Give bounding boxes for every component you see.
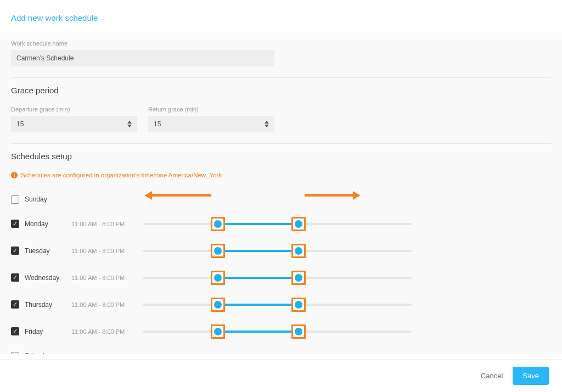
day-row: Thursday11:00 AM - 8:00 PM xyxy=(11,291,551,318)
day-label: Friday xyxy=(25,328,71,335)
slider-handle-start[interactable] xyxy=(214,247,222,255)
annotation-arrow-right xyxy=(305,194,354,197)
day-row: Sunday xyxy=(11,188,551,210)
slider-handle-end[interactable] xyxy=(295,247,302,255)
day-time-range: 11:00 AM - 8:00 PM xyxy=(71,275,143,281)
time-range-slider[interactable] xyxy=(143,297,412,312)
time-range-slider[interactable] xyxy=(143,270,412,285)
day-row: Tuesday11:00 AM - 8:00 PM xyxy=(11,237,551,264)
departure-grace-input[interactable]: 15 xyxy=(11,116,137,132)
slider-handle-start[interactable] xyxy=(214,301,222,309)
work-schedule-name-input[interactable] xyxy=(11,50,274,66)
day-time-range: 11:00 AM - 8:00 PM xyxy=(71,328,143,335)
day-checkbox[interactable] xyxy=(11,352,19,355)
slider-active-range xyxy=(218,331,299,333)
time-range-slider[interactable] xyxy=(143,243,412,259)
day-row: Friday11:00 AM - 8:00 PM xyxy=(11,318,551,345)
slider-handle-end[interactable] xyxy=(295,220,302,228)
day-time-range: 11:00 AM - 8:00 PM xyxy=(71,248,143,254)
time-range-slider[interactable] xyxy=(143,324,412,339)
day-label: Wednesday xyxy=(25,274,71,282)
day-row: Wednesday11:00 AM - 8:00 PM xyxy=(11,264,551,291)
divider xyxy=(11,77,551,78)
chevron-down-icon[interactable] xyxy=(265,125,269,127)
time-range-slider[interactable] xyxy=(143,216,412,232)
day-label: Thursday xyxy=(25,301,71,309)
chevron-up-icon[interactable] xyxy=(127,121,132,124)
annotation-arrow-left xyxy=(151,194,211,197)
departure-grace-label: Departure grace (min) xyxy=(11,106,137,113)
day-label: Tuesday xyxy=(25,247,71,255)
day-checkbox[interactable] xyxy=(11,247,19,255)
return-grace-value: 15 xyxy=(154,120,265,128)
day-label: Sunday xyxy=(25,195,71,203)
day-label: Monday xyxy=(25,220,71,228)
day-checkbox[interactable] xyxy=(11,220,19,228)
day-checkbox[interactable] xyxy=(11,273,19,282)
divider xyxy=(11,143,551,144)
grace-period-title: Grace period xyxy=(11,86,551,95)
schedules-setup-title: Schedules setup xyxy=(11,152,551,161)
timezone-note-text: Schedules are configured in organization… xyxy=(21,172,222,178)
slider-handle-start[interactable] xyxy=(214,328,222,335)
page-title: Add new work schedule xyxy=(11,13,551,23)
slider-handle-start[interactable] xyxy=(214,274,222,282)
info-icon: ! xyxy=(11,172,18,178)
save-button[interactable]: Save xyxy=(513,367,549,385)
day-checkbox[interactable] xyxy=(11,300,19,309)
cancel-button[interactable]: Cancel xyxy=(481,372,503,380)
slider-active-range xyxy=(218,223,299,225)
chevron-down-icon[interactable] xyxy=(127,125,132,127)
slider-active-range xyxy=(218,250,299,252)
timezone-note: ! Schedules are configured in organizati… xyxy=(11,172,551,178)
day-row: Saturday xyxy=(11,345,551,354)
day-row: Monday11:00 AM - 8:00 PM xyxy=(11,210,551,237)
slider-active-range xyxy=(218,304,299,306)
day-label: Saturday xyxy=(25,352,71,354)
work-schedule-name-label: Work schedule name xyxy=(11,40,551,47)
slider-handle-end[interactable] xyxy=(295,301,302,309)
day-time-range: 11:00 AM - 8:00 PM xyxy=(71,301,143,308)
slider-handle-end[interactable] xyxy=(295,274,302,282)
slider-handle-start[interactable] xyxy=(214,220,222,228)
slider-active-range xyxy=(218,277,299,279)
slider-handle-end[interactable] xyxy=(295,328,302,335)
return-grace-label: Return grace (min) xyxy=(148,106,274,113)
day-checkbox[interactable] xyxy=(11,327,19,335)
return-grace-input[interactable]: 15 xyxy=(148,116,274,132)
chevron-up-icon[interactable] xyxy=(265,121,269,124)
day-time-range: 11:00 AM - 8:00 PM xyxy=(71,221,143,227)
departure-grace-value: 15 xyxy=(16,120,127,128)
day-checkbox[interactable] xyxy=(11,195,19,204)
